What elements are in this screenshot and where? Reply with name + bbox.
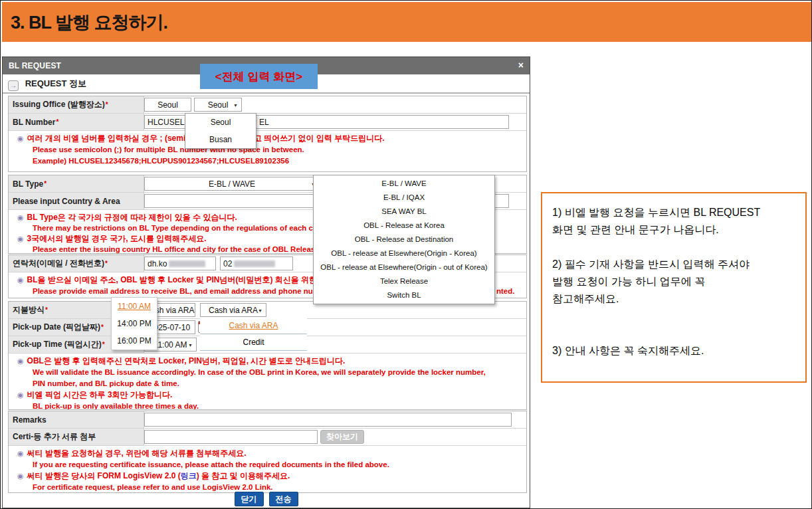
- field-label: Remarks: [9, 411, 144, 428]
- dropdown-option[interactable]: E-BL / IQAX: [314, 191, 494, 205]
- issuing-office-input[interactable]: Seoul: [144, 98, 191, 112]
- guide-line: [552, 239, 795, 256]
- bl-number-suffix: EL: [259, 118, 269, 127]
- dropdown-option[interactable]: Switch BL: [314, 288, 494, 302]
- dropdown-option[interactable]: Telex Release: [314, 274, 494, 288]
- redacted-text: [234, 260, 275, 267]
- required-asterisk: *: [101, 324, 104, 331]
- form-row-bl-number: BL Number* HLCUSEL25 EL: [9, 114, 526, 131]
- info-icon: ◉: [17, 276, 24, 284]
- chevron-down-icon: ▼: [188, 343, 193, 348]
- guide-line: [552, 308, 795, 325]
- form-row-remarks: Remarks: [9, 411, 526, 429]
- expand-icon[interactable]: →: [8, 80, 19, 91]
- guide-line: [552, 325, 795, 342]
- dropdown-option[interactable]: 11:00 AM: [112, 298, 157, 315]
- required-asterisk: *: [105, 260, 108, 267]
- truncated-text-tail: nted.: [496, 286, 514, 297]
- required-asterisk: *: [102, 341, 105, 348]
- window-title: BL REQUEST: [9, 61, 61, 70]
- notes-certi: ◉써티 발행을 요청하실 경우, 위란에 해당 서류를 첨부해주세요. If y…: [9, 446, 526, 493]
- button-row: 닫기 전송: [3, 492, 530, 506]
- close-button[interactable]: 닫기: [235, 492, 264, 506]
- bl-type-select[interactable]: E-BL / WAVE ▼: [144, 177, 320, 191]
- certi-file-input[interactable]: [144, 430, 318, 444]
- required-asterisk: *: [45, 306, 48, 314]
- payment-dropdown: Cash via ARA Credit: [200, 318, 307, 351]
- page-title: 3. BL 발행 요청하기.: [11, 11, 167, 35]
- required-asterisk: *: [106, 101, 108, 108]
- chevron-down-icon: ▼: [258, 308, 262, 313]
- dropdown-option[interactable]: 16:00 PM: [112, 332, 157, 350]
- remarks-input[interactable]: [144, 413, 512, 427]
- guide-line: 3) 안내 사항은 꼭 숙지해주세요.: [552, 342, 795, 359]
- notes-bl-number: ◉여러 개의 비엘 넘버를 입력하실 경우 ; (semicolon) 을 사용…: [9, 131, 526, 167]
- guide-line: 화면 및 관련 안내 문구가 나옵니다.: [552, 221, 795, 239]
- dropdown-option-busan[interactable]: Busan: [185, 131, 256, 148]
- info-icon: ◉: [17, 391, 24, 399]
- guide-line: 2) 필수 기재 사항을 반드시 입력해 주셔야: [552, 256, 795, 273]
- issuing-office-dropdown: Seoul Busan: [185, 113, 256, 149]
- chevron-down-icon: ▼: [233, 103, 238, 108]
- dropdown-option[interactable]: OBL - release at Elsewhere(Origin - out …: [314, 260, 494, 274]
- form-row-issuing-office: Issuing Office (발행장소)* Seoul Seoul ▼: [9, 96, 526, 114]
- dropdown-option[interactable]: OBL - Release at Destination: [314, 233, 494, 247]
- dropdown-option[interactable]: Cash via ARA: [200, 318, 307, 334]
- info-icon: ◉: [17, 472, 24, 480]
- form-row-certi-attach: Certi-등 추가 서류 첨부 찾아보기: [9, 429, 526, 446]
- dropdown-option[interactable]: SEA WAY BL: [314, 205, 494, 219]
- guide-line: 참고해주세요.: [552, 290, 795, 308]
- field-label: 연락처(이메일 / 전화번호)*: [9, 255, 144, 272]
- section-title: REQUEST 정보: [25, 78, 86, 88]
- dropdown-option[interactable]: Credit: [200, 334, 307, 351]
- screen-annotation-label: <전체 입력 화면>: [200, 64, 318, 89]
- form-group-bl-number: Issuing Office (발행장소)* Seoul Seoul ▼ BL …: [8, 96, 527, 172]
- info-icon: ◉: [17, 235, 24, 243]
- field-label: Please input Country & Area: [9, 193, 144, 209]
- payment-select[interactable]: Cash via ARA ▼: [200, 303, 266, 317]
- contact-email-input[interactable]: dh.ko: [144, 256, 216, 270]
- notes-pickup: ◉OBL은 발행 후 입력해주신 연락처로 Locker, PIN넘버, 픽업일…: [9, 354, 526, 410]
- guide-line: 발행 요청이 가능 하니 업무에 꼭: [552, 273, 795, 290]
- info-icon: ◉: [17, 213, 24, 221]
- field-label: Certi-등 추가 서류 첨부: [9, 429, 144, 445]
- issuing-office-select[interactable]: Seoul ▼: [194, 98, 242, 112]
- pickup-time-dropdown: 11:00 AM 14:00 PM 16:00 PM: [111, 297, 157, 350]
- dropdown-option[interactable]: 14:00 PM: [112, 315, 157, 332]
- form-group-remarks: Remarks Certi-등 추가 서류 첨부 찾아보기 ◉써티 발행을 요청…: [8, 411, 527, 493]
- dropdown-option[interactable]: OBL - release at Elsewhere(Origin - Kore…: [314, 247, 494, 260]
- page: 3. BL 발행 요청하기. BL REQUEST × → REQUEST 정보…: [0, 0, 812, 509]
- info-icon: ◉: [17, 134, 24, 142]
- logisview-link[interactable]: 링크: [181, 471, 197, 480]
- required-asterisk: *: [44, 180, 47, 187]
- page-header: 3. BL 발행 요청하기.: [2, 2, 811, 42]
- contact-phone-input[interactable]: 02: [220, 256, 293, 270]
- dropdown-option-seoul[interactable]: Seoul: [185, 114, 256, 131]
- required-asterisk: *: [56, 118, 58, 126]
- bl-type-dropdown: E-BL / WAVE E-BL / IQAX SEA WAY BL OBL -…: [313, 175, 495, 304]
- field-label: BL Type*: [9, 175, 144, 192]
- redacted-text: [169, 260, 205, 267]
- guide-line: 1) 비엘 발행 요청을 누르시면 BL REQUEST: [552, 204, 795, 221]
- browse-button[interactable]: 찾아보기: [320, 430, 364, 444]
- send-button[interactable]: 전송: [269, 492, 298, 506]
- field-label: BL Number*: [9, 114, 144, 130]
- close-icon[interactable]: ×: [518, 60, 524, 70]
- field-label: Issuing Office (발행장소)*: [9, 96, 144, 113]
- info-icon: ◉: [17, 357, 24, 365]
- guide-panel: 1) 비엘 발행 요청을 누르시면 BL REQUEST 화면 및 관련 안내 …: [541, 192, 807, 383]
- info-icon: ◉: [17, 449, 24, 457]
- dropdown-option[interactable]: E-BL / WAVE: [314, 177, 494, 191]
- dropdown-option[interactable]: OBL - Release at Korea: [314, 219, 494, 233]
